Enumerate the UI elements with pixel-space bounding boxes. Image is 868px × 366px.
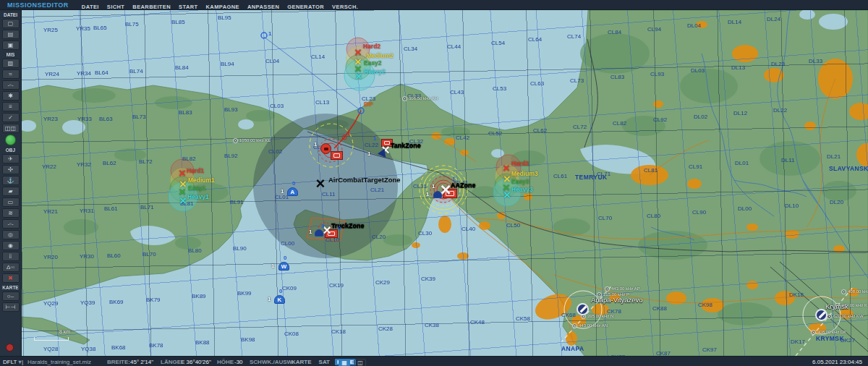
grid-label: BL93 bbox=[224, 106, 238, 113]
grid-label: BL74 bbox=[129, 68, 143, 75]
grid-label: BL64 bbox=[95, 69, 109, 76]
menu-item-sicht[interactable]: SICHT bbox=[107, 4, 125, 10]
grid-label: CL92 bbox=[653, 116, 667, 123]
toolbar-section-label: KARTE bbox=[0, 285, 21, 290]
unit-icon-blue-k[interactable]: K bbox=[274, 295, 285, 304]
mode-button-sat[interactable]: SAT bbox=[317, 359, 332, 365]
options-button[interactable]: ✱ bbox=[2, 91, 20, 101]
beacon-icon bbox=[811, 330, 816, 335]
weather-button[interactable]: ≈ bbox=[2, 69, 20, 79]
waypoint-number-label: 1 bbox=[321, 223, 324, 229]
grid-label: BL92 bbox=[224, 153, 238, 159]
menu-item-anpassen[interactable]: ANPASSEN bbox=[247, 4, 279, 10]
airfield-label: Anapa-Vityazevo bbox=[591, 296, 643, 304]
grid-label: BK78 bbox=[149, 342, 163, 349]
add-airplane-button[interactable]: ✈ bbox=[2, 154, 20, 163]
grid-label: CL04 bbox=[265, 58, 279, 64]
unit-icon-red-aircraft[interactable] bbox=[320, 143, 331, 154]
sections-button[interactable]: ⦙⦙ bbox=[2, 252, 20, 261]
delete-button[interactable]: ✖ bbox=[2, 273, 20, 283]
new-mission-button[interactable]: ▢ bbox=[2, 19, 20, 28]
grid-label: DL12 bbox=[733, 110, 747, 116]
beacon-icon bbox=[402, 96, 407, 101]
unit-icon-navy[interactable] bbox=[315, 229, 323, 237]
zone-cluster-label: Heavy2 bbox=[364, 68, 386, 75]
grid-label: CK39 bbox=[421, 276, 435, 282]
add-zone-button[interactable]: -◦- bbox=[2, 219, 20, 229]
add-group-button[interactable]: ≋ bbox=[2, 208, 20, 218]
beacon-frequency-label: 408.00 kHz KW bbox=[848, 289, 868, 294]
grid-label: CK29 bbox=[375, 279, 390, 286]
failures-button[interactable]: -◦- bbox=[2, 80, 20, 90]
distance-button[interactable]: ⊢⊣ bbox=[2, 302, 20, 312]
grid-label: BL85 bbox=[171, 19, 185, 25]
waypoint-number-label: 1 bbox=[432, 183, 435, 190]
map-canvas[interactable]: 8 km YR25YR35BL65BL75BL85BL95YR24YR34BL6… bbox=[22, 10, 868, 356]
grid-label: DL14 bbox=[728, 19, 741, 25]
mode-button-karte[interactable]: KARTE bbox=[289, 359, 314, 365]
menu-item-start[interactable]: START bbox=[179, 4, 197, 10]
waypoint-number-label: 1 bbox=[309, 229, 312, 235]
latitude-label: BREITE: bbox=[107, 359, 130, 365]
briefing-button[interactable]: ▥ bbox=[2, 59, 20, 68]
zone-cluster-label: Medium1 bbox=[188, 176, 215, 184]
unit-icon-navy[interactable] bbox=[433, 191, 442, 198]
zone-circle-a-button[interactable]: ◎ bbox=[2, 230, 20, 239]
grid-label: CL63 bbox=[530, 80, 544, 87]
grid-label: YR24 bbox=[45, 71, 59, 77]
roads bbox=[436, 79, 868, 344]
menu-item-datei[interactable]: DATEI bbox=[82, 4, 99, 10]
add-ship-button[interactable]: ⚓ bbox=[2, 176, 20, 185]
save-mission-button[interactable]: ▣ bbox=[2, 41, 20, 50]
open-mission-button[interactable]: ▤ bbox=[2, 30, 20, 39]
unit-icon-red-target[interactable] bbox=[331, 151, 343, 160]
grid-label: BK68 bbox=[111, 344, 126, 351]
waypoint-number-label: 1 bbox=[271, 263, 274, 269]
grid-label: YQ38 bbox=[81, 346, 95, 352]
zone-label: TruckZone bbox=[331, 222, 365, 229]
grid-label: DL20 bbox=[830, 199, 843, 205]
beacon-frequency-label: 395.00 kHz N bbox=[587, 314, 613, 318]
preset-dropdown[interactable]: DFLT ▾ bbox=[3, 359, 22, 365]
check-button[interactable]: ✓ bbox=[2, 113, 20, 122]
zone-cluster-label: Easy3 bbox=[511, 178, 529, 185]
status-icon-buttons: ▦◫ bbox=[339, 359, 370, 366]
menu-item-kampagne[interactable]: KAMPAGNE bbox=[206, 4, 239, 10]
zone-circle-b-button[interactable]: ◉ bbox=[2, 241, 20, 250]
waypoint-number-label: 1 bbox=[314, 141, 317, 148]
grid-label: BK88 bbox=[195, 339, 210, 346]
grid-label: BK69 bbox=[109, 299, 124, 305]
grid-label: CL52 bbox=[488, 130, 502, 137]
menu-item-generator[interactable]: GENERATOR bbox=[287, 4, 324, 10]
zone-cluster-label: Easy1 bbox=[188, 184, 206, 192]
zone-label: AirCombatTargetZone bbox=[328, 176, 401, 184]
unit-icon-blue-w[interactable]: W bbox=[278, 262, 289, 271]
template-button[interactable]: Δ◦▫ bbox=[2, 263, 20, 272]
zone-cluster-label: Heavy3 bbox=[511, 186, 533, 193]
exit-indicator-icon[interactable] bbox=[6, 344, 14, 352]
menu-item-bearbeiten[interactable]: BEARBEITEN bbox=[132, 4, 171, 10]
add-static-button[interactable]: ▭ bbox=[2, 197, 20, 207]
rules-button[interactable]: ≡ bbox=[2, 102, 20, 111]
grid-label: CL74 bbox=[567, 33, 581, 40]
zone-cluster-label: Hard3 bbox=[511, 160, 529, 167]
measure-button[interactable]: ○– bbox=[2, 291, 20, 301]
menu-item-versch[interactable]: VERSCH. bbox=[332, 4, 358, 10]
grid-label: CL61 bbox=[553, 173, 567, 179]
app-title: MISSIONSEDITOR bbox=[7, 1, 69, 9]
swk-label: SCHWK./AUSW. bbox=[250, 359, 294, 365]
add-vehicle-button[interactable]: ▰ bbox=[2, 187, 20, 196]
start-mission-button[interactable] bbox=[5, 135, 16, 145]
unit-icon-blue-a[interactable]: A bbox=[287, 187, 298, 196]
toolbar-section-label: OBJ bbox=[0, 148, 21, 153]
left-toolbar: DATEI▢▤▣MIS▥≈-◦-✱≡✓◫◫OBJ✈✣⚓▰▭≋-◦-◎◉⦙⦙Δ◦▫… bbox=[0, 10, 22, 356]
grid-label: CL43 bbox=[450, 89, 464, 95]
city-label: TEMRYUK bbox=[575, 174, 608, 181]
grid-label: CL21 bbox=[370, 187, 384, 193]
airfield-icon[interactable] bbox=[576, 303, 589, 315]
airfield-icon[interactable] bbox=[815, 309, 827, 321]
layers-icon[interactable]: ▦ bbox=[339, 359, 350, 366]
frame-icon[interactable]: ◫ bbox=[354, 359, 366, 366]
goals-button[interactable]: ◫◫ bbox=[2, 124, 20, 133]
add-helicopter-button[interactable]: ✣ bbox=[2, 165, 20, 174]
